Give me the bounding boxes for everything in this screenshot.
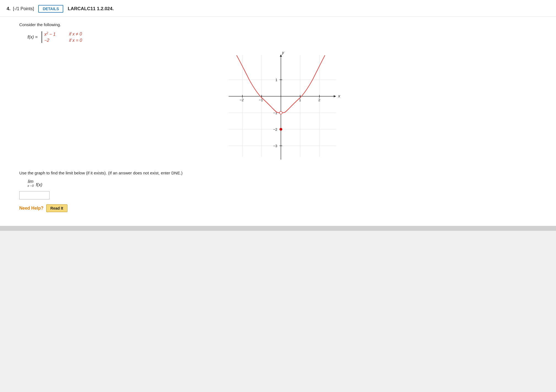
- question-card: 4. [-/1 Points] DETAILS LARCALC11 1.2.02…: [0, 0, 556, 231]
- consider-text: Consider the following.: [19, 22, 542, 27]
- brace-cases: x2 − 1 if x ≠ 0 −2 if x = 0: [42, 31, 82, 43]
- case-row-2: −2 if x = 0: [44, 38, 82, 43]
- tick-y-1: 1: [275, 78, 277, 82]
- case2-expr: −2: [44, 38, 66, 43]
- instruction-text: Use the graph to find the limit below (i…: [19, 171, 542, 175]
- question-number: 4. [-/1 Points]: [7, 6, 34, 12]
- question-code: LARCALC11 1.2.024.: [68, 6, 114, 12]
- bottom-bar: [0, 226, 556, 231]
- case1-expr: x2 − 1: [44, 31, 66, 37]
- x-axis-arrow: [334, 95, 336, 97]
- case2-condition: if x = 0: [69, 38, 82, 43]
- tick-y-neg3: −3: [273, 144, 277, 148]
- parabola-left: [237, 55, 280, 113]
- case1-condition: if x ≠ 0: [69, 32, 82, 37]
- y-axis-label: y: [282, 50, 284, 55]
- limit-fx: f(x): [36, 182, 42, 187]
- answer-input[interactable]: [19, 191, 50, 199]
- limit-expression: lim x→0 f(x): [28, 179, 542, 187]
- lim-sub: x→0: [28, 184, 34, 187]
- lim-word: lim x→0: [28, 179, 34, 187]
- details-button[interactable]: DETAILS: [38, 5, 63, 13]
- q-number: 4.: [7, 6, 10, 11]
- open-circle-limit: [280, 111, 282, 114]
- graph-svg: x y −2 −1 1 2 1 −1 −2 −3: [215, 50, 347, 165]
- need-help-text: Need Help?: [19, 206, 43, 211]
- question-body: Consider the following. f(x) = x2 − 1 if…: [0, 17, 556, 220]
- page-container: 4. [-/1 Points] DETAILS LARCALC11 1.2.02…: [0, 0, 556, 392]
- graph-container: x y −2 −1 1 2 1 −1 −2 −3: [19, 50, 542, 165]
- x-axis-label: x: [338, 94, 340, 98]
- limit-line: lim x→0 f(x): [28, 179, 542, 187]
- case-row-1: x2 − 1 if x ≠ 0: [44, 31, 82, 37]
- tick-x-neg2: −2: [240, 98, 244, 102]
- filled-dot-value: [280, 128, 282, 131]
- q-points: [-/1 Points]: [13, 6, 34, 11]
- tick-y-neg1: −1: [273, 111, 277, 115]
- question-header: 4. [-/1 Points] DETAILS LARCALC11 1.2.02…: [0, 0, 556, 17]
- need-help-row: Need Help? Read It: [19, 204, 542, 212]
- fx-label: f(x) =: [28, 35, 38, 40]
- y-axis-arrow: [280, 54, 282, 57]
- piecewise-fx: f(x) = x2 − 1 if x ≠ 0: [28, 31, 542, 43]
- piecewise-container: f(x) = x2 − 1 if x ≠ 0: [28, 31, 542, 43]
- tick-y-neg2: −2: [273, 127, 277, 131]
- read-it-button[interactable]: Read It: [46, 204, 67, 212]
- tick-x-2: 2: [318, 98, 320, 102]
- parabola-right: [282, 55, 325, 113]
- lim-text: lim: [28, 179, 33, 184]
